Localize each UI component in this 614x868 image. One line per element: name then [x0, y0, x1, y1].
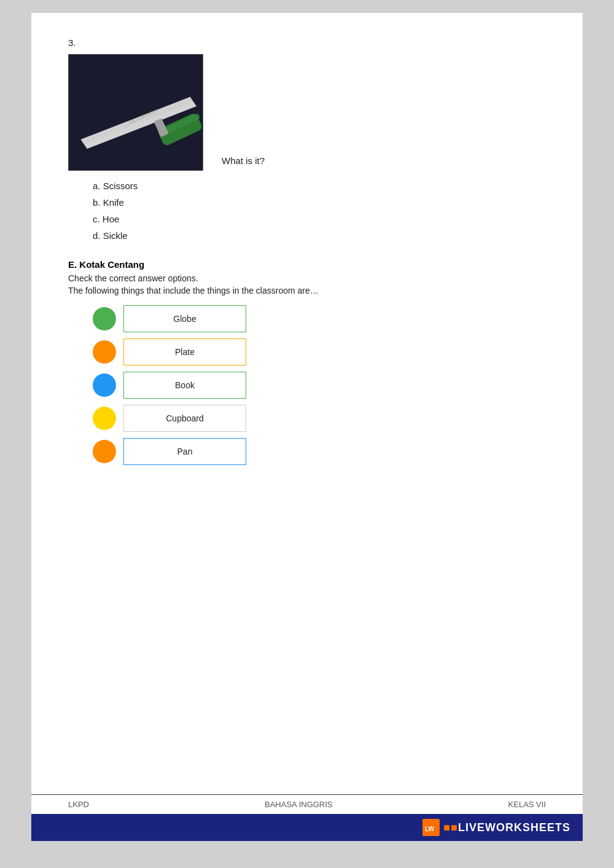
option-c-letter: c.: [93, 214, 100, 224]
checkbox-list: Globe Plate Book: [93, 305, 546, 465]
option-b: b. Knife: [93, 197, 546, 208]
option-b-letter: b.: [93, 197, 101, 208]
option-c-text: Hoe: [103, 214, 120, 224]
question-number: 3.: [68, 37, 546, 48]
footer-center: BAHASA INGGRIS: [265, 800, 333, 809]
label-box-cupboard[interactable]: Cupboard: [123, 405, 246, 432]
options-list: a. Scissors b. Knife c. Hoe d. Sickle: [93, 181, 546, 241]
option-c: c. Hoe: [93, 214, 546, 224]
option-b-text: Knife: [103, 197, 124, 208]
svg-text:LW: LW: [425, 826, 435, 832]
section-e-desc-1: Check the correct answer options.: [68, 273, 546, 283]
circle-book: [93, 373, 116, 397]
knife-image: VICTORINOX: [68, 54, 203, 171]
section-e: E. Kotak Centang Check the correct answe…: [68, 259, 546, 465]
circle-pan: [93, 440, 116, 463]
option-a-letter: a.: [93, 181, 101, 191]
label-plate: Plate: [175, 347, 195, 357]
brand-logo: LW ■■LIVEWORKSHEETS: [422, 819, 570, 836]
circle-cupboard: [93, 407, 116, 430]
label-globe: Globe: [173, 314, 196, 324]
option-d-text: Sickle: [103, 230, 128, 241]
question-prompt: What is it?: [222, 155, 265, 171]
brand-bar: LW ■■LIVEWORKSHEETS: [31, 814, 583, 841]
main-content: 3.: [68, 37, 546, 794]
section-e-desc-2: The following things that include the th…: [68, 286, 546, 295]
svg-rect-0: [69, 55, 203, 170]
checkbox-item-book: Book: [93, 372, 546, 399]
footer-right: KELAS VII: [508, 800, 546, 809]
checkbox-item-plate: Plate: [93, 338, 546, 366]
option-a-text: Scissors: [103, 181, 138, 191]
circle-plate: [93, 340, 116, 364]
label-book: Book: [175, 380, 195, 390]
footer: LKPD BAHASA INGGRIS KELAS VII: [31, 794, 583, 814]
checkbox-item-globe: Globe: [93, 305, 546, 332]
label-cupboard: Cupboard: [166, 413, 204, 423]
checkbox-item-pan: Pan: [93, 438, 546, 465]
circle-globe: [93, 307, 116, 330]
footer-left: LKPD: [68, 800, 89, 809]
page: 3.: [31, 12, 583, 842]
brand-name: ■■LIVEWORKSHEETS: [443, 821, 570, 834]
option-a: a. Scissors: [93, 181, 546, 191]
option-d-letter: d.: [93, 230, 101, 241]
checkbox-item-cupboard: Cupboard: [93, 405, 546, 432]
label-box-book[interactable]: Book: [123, 372, 246, 399]
label-box-globe[interactable]: Globe: [123, 305, 246, 332]
label-box-pan[interactable]: Pan: [123, 438, 246, 465]
question-block: VICTORINOX What is it?: [68, 54, 546, 171]
label-pan: Pan: [177, 447, 193, 456]
option-d: d. Sickle: [93, 230, 546, 241]
liveworksheets-icon: LW: [422, 819, 440, 836]
section-e-title: E. Kotak Centang: [68, 259, 546, 270]
label-box-plate[interactable]: Plate: [123, 338, 246, 366]
